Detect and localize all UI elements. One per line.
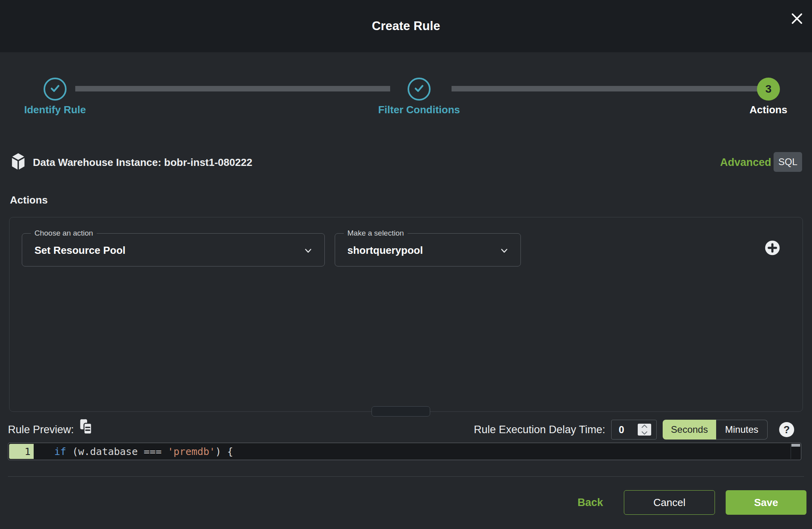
copy-icon [78,430,93,436]
sql-button[interactable]: SQL [774,152,802,172]
step-connector-2 [452,86,762,91]
action-select[interactable]: Choose an action Set Resource Pool [22,233,325,266]
close-button[interactable] [789,11,805,27]
instance-label: Data Warehouse Instance: bobr-inst1-0802… [33,156,252,169]
selection-select-value: shortquerypool [347,234,423,267]
help-icon: ? [783,424,790,436]
step-circle-identify-rule[interactable] [44,78,67,101]
copy-rule-button[interactable] [78,418,93,436]
step-connector-1 [75,86,390,91]
chevron-down-icon [499,245,509,257]
editor-scrollbar-thumb[interactable] [791,444,800,447]
rule-preview-label: Rule Preview: [8,420,74,440]
delay-input-wrap [611,420,657,440]
actions-heading: Actions [10,194,48,206]
cancel-button[interactable]: Cancel [624,490,715,515]
close-icon [790,12,804,27]
unit-minutes-button[interactable]: Minutes [716,420,768,440]
chevron-down-icon [303,245,313,257]
page-title: Create Rule [372,19,440,33]
save-button[interactable]: Save [726,490,806,515]
step-number: 3 [765,83,772,95]
data-warehouse-cube-icon [10,152,27,172]
code-line[interactable]: if (w.database === 'premdb') { [54,443,233,460]
check-icon [413,82,425,96]
action-select-value: Set Resource Pool [34,234,126,267]
selection-select[interactable]: Make a selection shortquerypool [335,233,521,266]
delay-stepper[interactable] [638,424,651,436]
unit-seconds-button[interactable]: Seconds [663,420,716,440]
chevron-down-icon [641,430,648,436]
back-button[interactable]: Back [578,490,603,515]
modal-header: Create Rule [0,0,812,52]
code-string: 'premdb' [168,446,215,457]
step-label-filter-conditions[interactable]: Filter Conditions [364,104,475,116]
panel-resize-handle[interactable] [372,406,430,417]
add-action-button[interactable] [764,240,780,256]
code-plain: ) { [215,446,233,457]
delay-unit-toggle: Seconds Minutes [663,420,768,440]
chevron-up-icon [641,423,648,429]
step-circle-actions[interactable]: 3 [757,78,780,101]
check-icon [49,82,61,96]
help-button[interactable]: ? [779,422,794,437]
step-circle-filter-conditions[interactable] [408,78,431,101]
line-number: 1 [25,446,30,457]
code-plain: (w.database === [66,446,168,457]
step-label-identify-rule[interactable]: Identify Rule [0,104,111,116]
code-keyword: if [54,446,66,457]
delay-time-label: Rule Execution Delay Time: [474,420,605,440]
editor-scrollbar[interactable] [791,444,800,459]
instance-row: Data Warehouse Instance: bobr-inst1-0802… [10,153,252,172]
add-action-icon [764,251,780,257]
footer-divider [8,476,804,477]
code-line-gutter: 1 [9,444,34,459]
advanced-link[interactable]: Advanced [720,153,771,172]
step-label-actions[interactable]: Actions [713,104,812,116]
rule-preview-editor[interactable]: 1 if (w.database === 'premdb') { [8,443,801,460]
